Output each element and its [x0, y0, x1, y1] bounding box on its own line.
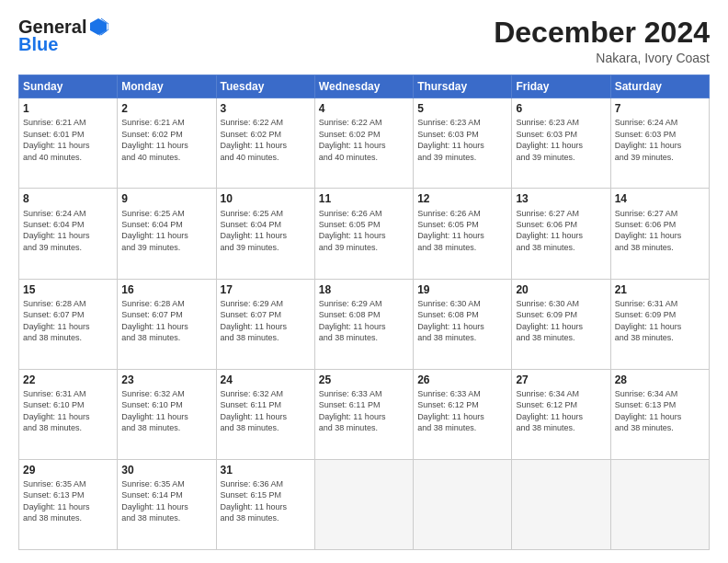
- day-info: Sunrise: 6:28 AM Sunset: 6:07 PM Dayligh…: [23, 298, 113, 344]
- day-number: 25: [319, 373, 409, 387]
- day-info: Sunrise: 6:27 AM Sunset: 6:06 PM Dayligh…: [516, 208, 606, 254]
- day-info: Sunrise: 6:29 AM Sunset: 6:07 PM Dayligh…: [221, 298, 311, 344]
- calendar-cell: 19Sunrise: 6:30 AM Sunset: 6:08 PM Dayli…: [414, 279, 512, 369]
- day-info: Sunrise: 6:29 AM Sunset: 6:08 PM Dayligh…: [319, 298, 409, 344]
- weekday-saturday: Saturday: [610, 75, 709, 98]
- day-info: Sunrise: 6:27 AM Sunset: 6:06 PM Dayligh…: [615, 208, 705, 254]
- day-info: Sunrise: 6:30 AM Sunset: 6:08 PM Dayligh…: [417, 298, 507, 344]
- day-info: Sunrise: 6:33 AM Sunset: 6:11 PM Dayligh…: [319, 388, 409, 434]
- day-number: 30: [121, 463, 211, 477]
- day-number: 18: [319, 282, 409, 297]
- day-number: 4: [319, 101, 409, 116]
- calendar-cell: 27Sunrise: 6:34 AM Sunset: 6:12 PM Dayli…: [512, 369, 610, 459]
- day-number: 14: [615, 191, 705, 206]
- day-info: Sunrise: 6:31 AM Sunset: 6:10 PM Dayligh…: [23, 388, 113, 434]
- calendar-cell: 12Sunrise: 6:26 AM Sunset: 6:05 PM Dayli…: [414, 189, 512, 279]
- calendar-cell: 20Sunrise: 6:30 AM Sunset: 6:09 PM Dayli…: [512, 279, 610, 369]
- calendar-cell: 13Sunrise: 6:27 AM Sunset: 6:06 PM Dayli…: [512, 189, 610, 279]
- calendar-cell: 30Sunrise: 6:35 AM Sunset: 6:14 PM Dayli…: [118, 459, 216, 549]
- day-info: Sunrise: 6:34 AM Sunset: 6:13 PM Dayligh…: [615, 388, 705, 434]
- calendar-cell: 24Sunrise: 6:32 AM Sunset: 6:11 PM Dayli…: [216, 369, 314, 459]
- week-row-3: 15Sunrise: 6:28 AM Sunset: 6:07 PM Dayli…: [19, 279, 710, 369]
- day-number: 20: [516, 282, 606, 297]
- weekday-monday: Monday: [118, 75, 216, 98]
- calendar-cell: 31Sunrise: 6:36 AM Sunset: 6:15 PM Dayli…: [216, 459, 314, 549]
- day-number: 10: [221, 191, 311, 206]
- calendar-cell: [512, 459, 610, 549]
- calendar-cell: 11Sunrise: 6:26 AM Sunset: 6:05 PM Dayli…: [314, 189, 413, 279]
- day-info: Sunrise: 6:23 AM Sunset: 6:03 PM Dayligh…: [417, 117, 507, 163]
- day-info: Sunrise: 6:36 AM Sunset: 6:15 PM Dayligh…: [221, 478, 311, 524]
- day-number: 21: [615, 282, 705, 297]
- week-row-2: 8Sunrise: 6:24 AM Sunset: 6:04 PM Daylig…: [19, 189, 710, 279]
- day-number: 17: [221, 282, 311, 297]
- weekday-sunday: Sunday: [19, 75, 118, 98]
- day-number: 6: [516, 101, 606, 116]
- day-info: Sunrise: 6:22 AM Sunset: 6:02 PM Dayligh…: [319, 117, 409, 163]
- day-info: Sunrise: 6:26 AM Sunset: 6:05 PM Dayligh…: [417, 208, 507, 254]
- day-number: 11: [319, 191, 409, 206]
- day-number: 5: [417, 101, 507, 116]
- week-row-5: 29Sunrise: 6:35 AM Sunset: 6:13 PM Dayli…: [19, 459, 710, 549]
- day-info: Sunrise: 6:26 AM Sunset: 6:05 PM Dayligh…: [319, 208, 409, 254]
- weekday-tuesday: Tuesday: [216, 75, 314, 98]
- day-number: 19: [417, 282, 507, 297]
- weekday-header-row: SundayMondayTuesdayWednesdayThursdayFrid…: [19, 75, 710, 98]
- calendar-cell: [414, 459, 512, 549]
- day-number: 22: [23, 373, 113, 387]
- logo-blue: Blue: [18, 34, 58, 55]
- week-row-4: 22Sunrise: 6:31 AM Sunset: 6:10 PM Dayli…: [19, 369, 710, 459]
- day-number: 12: [417, 191, 507, 206]
- calendar-cell: [610, 459, 709, 549]
- day-number: 31: [221, 463, 311, 477]
- day-info: Sunrise: 6:25 AM Sunset: 6:04 PM Dayligh…: [121, 208, 211, 254]
- calendar-cell: 17Sunrise: 6:29 AM Sunset: 6:07 PM Dayli…: [216, 279, 314, 369]
- day-number: 24: [221, 373, 311, 387]
- day-info: Sunrise: 6:31 AM Sunset: 6:09 PM Dayligh…: [615, 298, 705, 344]
- day-number: 15: [23, 282, 113, 297]
- title-block: December 2024 Nakara, Ivory Coast: [494, 17, 710, 65]
- calendar-cell: 6Sunrise: 6:23 AM Sunset: 6:03 PM Daylig…: [512, 98, 610, 189]
- day-info: Sunrise: 6:21 AM Sunset: 6:01 PM Dayligh…: [23, 117, 113, 163]
- day-info: Sunrise: 6:33 AM Sunset: 6:12 PM Dayligh…: [417, 388, 507, 434]
- day-number: 13: [516, 191, 606, 206]
- day-number: 23: [121, 373, 211, 387]
- calendar-cell: 25Sunrise: 6:33 AM Sunset: 6:11 PM Dayli…: [314, 369, 413, 459]
- calendar-cell: 29Sunrise: 6:35 AM Sunset: 6:13 PM Dayli…: [19, 459, 118, 549]
- calendar-cell: [314, 459, 413, 549]
- weekday-wednesday: Wednesday: [314, 75, 413, 98]
- header: General Blue December 2024 Nakara, Ivory…: [18, 17, 710, 65]
- weekday-friday: Friday: [512, 75, 610, 98]
- day-info: Sunrise: 6:32 AM Sunset: 6:11 PM Dayligh…: [221, 388, 311, 434]
- day-info: Sunrise: 6:34 AM Sunset: 6:12 PM Dayligh…: [516, 388, 606, 434]
- day-number: 26: [417, 373, 507, 387]
- day-info: Sunrise: 6:24 AM Sunset: 6:04 PM Dayligh…: [23, 208, 113, 254]
- day-info: Sunrise: 6:32 AM Sunset: 6:10 PM Dayligh…: [121, 388, 211, 434]
- day-number: 3: [221, 101, 311, 116]
- day-info: Sunrise: 6:30 AM Sunset: 6:09 PM Dayligh…: [516, 298, 606, 344]
- weekday-thursday: Thursday: [414, 75, 512, 98]
- calendar-cell: 28Sunrise: 6:34 AM Sunset: 6:13 PM Dayli…: [610, 369, 709, 459]
- calendar-cell: 3Sunrise: 6:22 AM Sunset: 6:02 PM Daylig…: [216, 98, 314, 189]
- calendar-cell: 2Sunrise: 6:21 AM Sunset: 6:02 PM Daylig…: [118, 98, 216, 189]
- calendar-cell: 10Sunrise: 6:25 AM Sunset: 6:04 PM Dayli…: [216, 189, 314, 279]
- calendar-cell: 1Sunrise: 6:21 AM Sunset: 6:01 PM Daylig…: [19, 98, 118, 189]
- page: General Blue December 2024 Nakara, Ivory…: [0, 0, 728, 563]
- calendar-cell: 8Sunrise: 6:24 AM Sunset: 6:04 PM Daylig…: [19, 189, 118, 279]
- day-info: Sunrise: 6:21 AM Sunset: 6:02 PM Dayligh…: [121, 117, 211, 163]
- week-row-1: 1Sunrise: 6:21 AM Sunset: 6:01 PM Daylig…: [19, 98, 710, 189]
- calendar-cell: 7Sunrise: 6:24 AM Sunset: 6:03 PM Daylig…: [610, 98, 709, 189]
- subtitle: Nakara, Ivory Coast: [494, 51, 710, 65]
- calendar-cell: 21Sunrise: 6:31 AM Sunset: 6:09 PM Dayli…: [610, 279, 709, 369]
- main-title: December 2024: [494, 17, 710, 49]
- day-info: Sunrise: 6:22 AM Sunset: 6:02 PM Dayligh…: [221, 117, 311, 163]
- calendar-cell: 5Sunrise: 6:23 AM Sunset: 6:03 PM Daylig…: [414, 98, 512, 189]
- calendar-cell: 9Sunrise: 6:25 AM Sunset: 6:04 PM Daylig…: [118, 189, 216, 279]
- day-info: Sunrise: 6:35 AM Sunset: 6:13 PM Dayligh…: [23, 478, 113, 524]
- day-number: 28: [615, 373, 705, 387]
- day-number: 2: [121, 101, 211, 116]
- day-number: 16: [121, 282, 211, 297]
- day-info: Sunrise: 6:25 AM Sunset: 6:04 PM Dayligh…: [221, 208, 311, 254]
- day-info: Sunrise: 6:23 AM Sunset: 6:03 PM Dayligh…: [516, 117, 606, 163]
- calendar-cell: 16Sunrise: 6:28 AM Sunset: 6:07 PM Dayli…: [118, 279, 216, 369]
